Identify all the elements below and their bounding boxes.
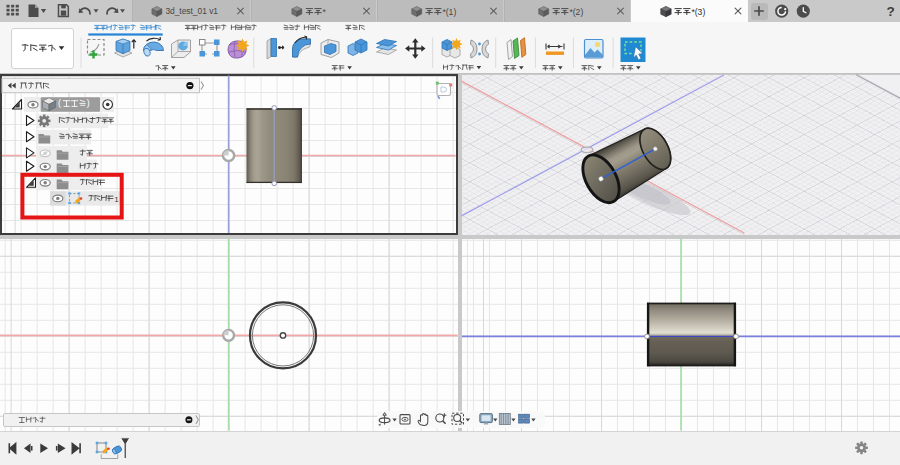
svg-text:1: 1	[115, 195, 119, 204]
svg-text:*: *	[323, 7, 327, 17]
svg-text:*(3): *(3)	[691, 7, 705, 17]
svg-text:*(1): *(1)	[442, 7, 456, 17]
svg-text:?: ?	[887, 4, 895, 19]
svg-text:(: (	[58, 98, 61, 108]
svg-text:): )	[87, 98, 90, 108]
svg-text:3d_test_01 v1: 3d_test_01 v1	[165, 6, 218, 16]
svg-text:*(2): *(2)	[569, 7, 583, 17]
